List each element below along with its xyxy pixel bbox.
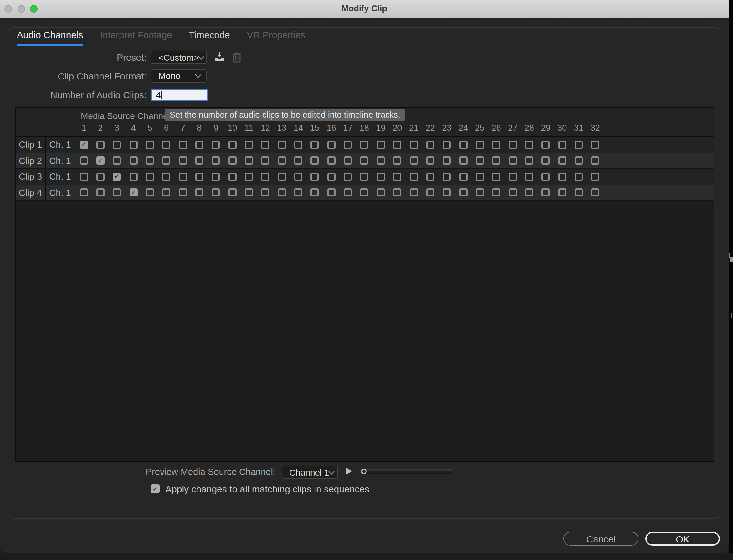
channel-checkbox-clip2-ch17[interactable]: [343, 156, 352, 165]
channel-checkbox-clip2-ch30[interactable]: [558, 156, 566, 165]
channel-checkbox-clip2-ch11[interactable]: [245, 156, 253, 165]
channel-checkbox-clip1-ch32[interactable]: [591, 140, 599, 149]
preset-dropdown[interactable]: <Custom>: [151, 51, 206, 64]
channel-checkbox-clip4-ch21[interactable]: [410, 188, 418, 196]
minimize-button[interactable]: [17, 5, 25, 13]
channel-checkbox-clip4-ch19[interactable]: [377, 188, 385, 196]
channel-checkbox-clip4-ch31[interactable]: [575, 188, 583, 196]
channel-checkbox-clip2-ch10[interactable]: [228, 156, 236, 165]
channel-checkbox-clip2-ch25[interactable]: [476, 156, 484, 165]
channel-checkbox-clip4-ch8[interactable]: [195, 188, 203, 196]
channel-checkbox-clip3-ch15[interactable]: [311, 172, 319, 181]
channel-checkbox-clip1-ch24[interactable]: [459, 140, 467, 149]
channel-checkbox-clip3-ch2[interactable]: [96, 172, 104, 181]
channel-checkbox-clip2-ch20[interactable]: [393, 156, 401, 165]
channel-checkbox-clip3-ch12[interactable]: [261, 172, 269, 181]
channel-checkbox-clip4-ch15[interactable]: [311, 188, 319, 196]
channel-checkbox-clip4-ch30[interactable]: [558, 188, 566, 196]
channel-checkbox-clip1-ch20[interactable]: [393, 140, 401, 149]
channel-checkbox-clip2-ch2[interactable]: ✓: [96, 156, 104, 165]
channel-checkbox-clip4-ch5[interactable]: [146, 188, 154, 196]
channel-checkbox-clip1-ch11[interactable]: [245, 140, 253, 149]
channel-checkbox-clip4-ch1[interactable]: [80, 188, 88, 196]
channel-checkbox-clip4-ch24[interactable]: [459, 188, 467, 196]
channel-checkbox-clip3-ch29[interactable]: [542, 172, 550, 181]
tab-audio-channels[interactable]: Audio Channels: [17, 29, 83, 46]
channel-checkbox-clip1-ch12[interactable]: [261, 140, 269, 149]
channel-checkbox-clip1-ch23[interactable]: [443, 140, 451, 149]
channel-checkbox-clip3-ch9[interactable]: [212, 172, 220, 181]
channel-checkbox-clip4-ch7[interactable]: [179, 188, 187, 196]
channel-checkbox-clip1-ch25[interactable]: [476, 140, 484, 149]
channel-checkbox-clip3-ch25[interactable]: [476, 172, 484, 181]
channel-checkbox-clip1-ch8[interactable]: [195, 140, 203, 149]
apply-changes-checkbox[interactable]: ✓: [151, 484, 160, 493]
channel-checkbox-clip4-ch2[interactable]: [96, 188, 104, 196]
channel-checkbox-clip1-ch17[interactable]: [343, 140, 352, 149]
channel-checkbox-clip2-ch4[interactable]: [129, 156, 137, 165]
channel-checkbox-clip1-ch16[interactable]: [327, 140, 335, 149]
channel-checkbox-clip4-ch18[interactable]: [360, 188, 369, 196]
channel-checkbox-clip4-ch26[interactable]: [492, 188, 501, 196]
channel-checkbox-clip2-ch14[interactable]: [294, 156, 302, 165]
play-icon[interactable]: [345, 467, 352, 475]
channel-checkbox-clip3-ch23[interactable]: [443, 172, 451, 181]
channel-checkbox-clip2-ch23[interactable]: [443, 156, 451, 165]
channel-checkbox-clip1-ch5[interactable]: [146, 140, 154, 149]
channel-checkbox-clip3-ch7[interactable]: [179, 172, 187, 181]
channel-checkbox-clip4-ch10[interactable]: [228, 188, 236, 196]
channel-checkbox-clip1-ch14[interactable]: [294, 140, 302, 149]
channel-checkbox-clip1-ch30[interactable]: [558, 140, 566, 149]
channel-checkbox-clip2-ch27[interactable]: [509, 156, 517, 165]
close-button[interactable]: [4, 5, 12, 13]
preview-channel-dropdown[interactable]: Channel 1: [282, 466, 338, 479]
channel-checkbox-clip1-ch28[interactable]: [525, 140, 533, 149]
channel-checkbox-clip1-ch29[interactable]: [542, 140, 550, 149]
channel-checkbox-clip2-ch29[interactable]: [542, 156, 550, 165]
tab-timecode[interactable]: Timecode: [189, 29, 230, 46]
channel-checkbox-clip3-ch21[interactable]: [410, 172, 418, 181]
channel-checkbox-clip3-ch11[interactable]: [245, 172, 253, 181]
channel-checkbox-clip4-ch22[interactable]: [426, 188, 435, 196]
save-preset-icon[interactable]: [214, 52, 225, 62]
channel-checkbox-clip4-ch16[interactable]: [327, 188, 335, 196]
channel-checkbox-clip1-ch18[interactable]: [360, 140, 369, 149]
number-of-audio-clips-input[interactable]: 4: [151, 89, 208, 101]
channel-checkbox-clip3-ch27[interactable]: [509, 172, 517, 181]
channel-checkbox-clip3-ch16[interactable]: [327, 172, 335, 181]
channel-checkbox-clip3-ch17[interactable]: [343, 172, 352, 181]
channel-checkbox-clip2-ch1[interactable]: [80, 156, 88, 165]
channel-checkbox-clip2-ch15[interactable]: [311, 156, 319, 165]
channel-checkbox-clip4-ch14[interactable]: [294, 188, 302, 196]
channel-checkbox-clip2-ch32[interactable]: [591, 156, 599, 165]
channel-checkbox-clip2-ch7[interactable]: [179, 156, 187, 165]
channel-checkbox-clip3-ch20[interactable]: [393, 172, 401, 181]
channel-checkbox-clip1-ch26[interactable]: [492, 140, 501, 149]
channel-checkbox-clip4-ch11[interactable]: [245, 188, 253, 196]
channel-checkbox-clip3-ch5[interactable]: [146, 172, 154, 181]
channel-checkbox-clip1-ch31[interactable]: [575, 140, 583, 149]
channel-checkbox-clip3-ch19[interactable]: [377, 172, 385, 181]
channel-checkbox-clip2-ch26[interactable]: [492, 156, 501, 165]
channel-checkbox-clip2-ch8[interactable]: [195, 156, 203, 165]
channel-checkbox-clip2-ch24[interactable]: [459, 156, 467, 165]
channel-checkbox-clip3-ch22[interactable]: [426, 172, 435, 181]
channel-checkbox-clip1-ch1[interactable]: ✓: [80, 140, 88, 149]
channel-checkbox-clip4-ch29[interactable]: [542, 188, 550, 196]
channel-checkbox-clip1-ch15[interactable]: [311, 140, 319, 149]
channel-checkbox-clip4-ch23[interactable]: [443, 188, 451, 196]
channel-checkbox-clip4-ch27[interactable]: [509, 188, 517, 196]
channel-checkbox-clip3-ch14[interactable]: [294, 172, 302, 181]
channel-checkbox-clip1-ch19[interactable]: [377, 140, 385, 149]
cancel-button[interactable]: Cancel: [563, 532, 639, 546]
channel-checkbox-clip3-ch4[interactable]: [129, 172, 137, 181]
channel-checkbox-clip2-ch16[interactable]: [327, 156, 335, 165]
channel-checkbox-clip2-ch22[interactable]: [426, 156, 435, 165]
channel-checkbox-clip3-ch26[interactable]: [492, 172, 501, 181]
channel-checkbox-clip1-ch3[interactable]: [113, 140, 121, 149]
volume-slider-track[interactable]: [361, 469, 453, 474]
channel-checkbox-clip1-ch6[interactable]: [162, 140, 170, 149]
channel-checkbox-clip4-ch6[interactable]: [162, 188, 170, 196]
volume-slider-knob[interactable]: [361, 469, 367, 474]
ok-button[interactable]: OK: [645, 532, 720, 546]
